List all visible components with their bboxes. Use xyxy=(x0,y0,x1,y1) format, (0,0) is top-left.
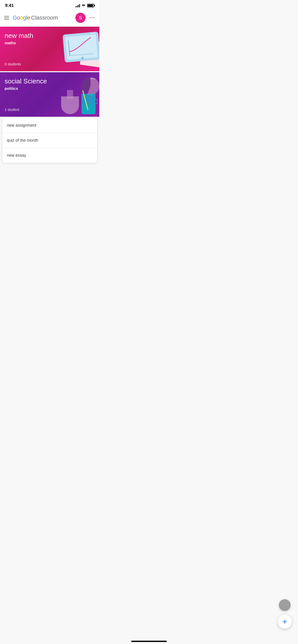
app-logo: Google Classroom xyxy=(13,14,72,21)
dropdown-item-new-essay[interactable]: new essay xyxy=(2,148,97,163)
dropdown-menu: new assignment quiz of the month new ess… xyxy=(2,118,97,163)
card-content-science: social Science politics 1 student xyxy=(0,72,99,117)
dropdown-item-new-assignment[interactable]: new assignment xyxy=(2,118,97,133)
card-subject-science: politics xyxy=(5,86,95,91)
avatar[interactable]: S xyxy=(75,13,86,23)
card-students-math: 0 students xyxy=(5,62,21,66)
card-more-math[interactable]: ··· xyxy=(90,30,96,36)
card-title-science: social Science xyxy=(5,77,95,85)
dropdown-item-quiz-of-month[interactable]: quiz of the month xyxy=(2,133,97,148)
app-header: Google Classroom S ··· xyxy=(0,10,99,27)
card-title-math: new math xyxy=(5,32,95,40)
google-wordmark: Google xyxy=(13,14,30,21)
card-subject-math: maths xyxy=(5,41,95,45)
class-card-math[interactable]: new math maths 0 students ··· xyxy=(0,27,99,71)
signal-icon xyxy=(75,4,80,7)
wifi-icon xyxy=(82,4,86,8)
classroom-wordmark: Classroom xyxy=(31,14,58,21)
status-bar: 9:41 xyxy=(0,0,99,10)
card-students-science: 1 student xyxy=(5,108,19,112)
status-time: 9:41 xyxy=(5,3,14,8)
card-content-math: new math maths 0 students xyxy=(0,27,99,71)
battery-icon xyxy=(87,4,94,7)
menu-button[interactable] xyxy=(4,16,9,20)
main-content: new math maths 0 students ··· social S xyxy=(0,27,99,163)
class-card-science[interactable]: social Science politics 1 student ··· xyxy=(0,72,99,117)
card-more-science[interactable]: ··· xyxy=(90,76,96,82)
header-more-button[interactable]: ··· xyxy=(89,14,95,21)
status-icons xyxy=(75,4,94,8)
